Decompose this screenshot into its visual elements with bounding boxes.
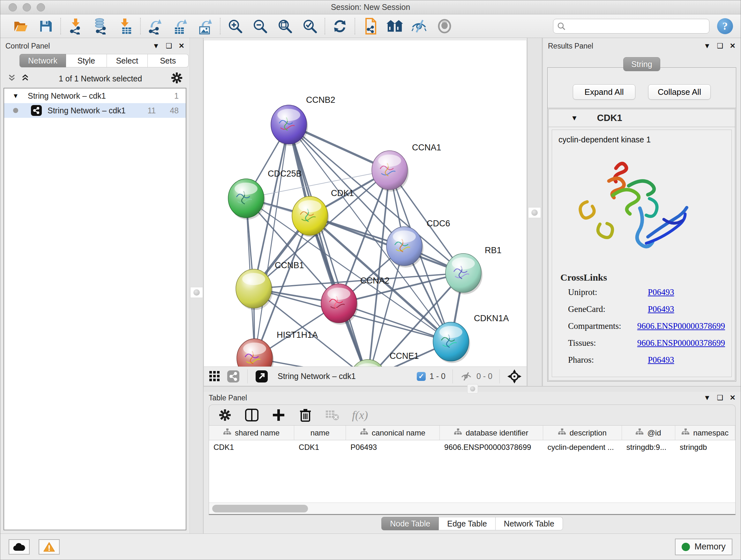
splitter-handle[interactable] (467, 384, 478, 394)
birds-eye-view-icon[interactable] (507, 369, 522, 384)
zoom-out-icon[interactable] (252, 18, 268, 35)
tab-network-table[interactable]: Network Table (495, 517, 563, 530)
expand-all-button[interactable]: Expand All (573, 84, 635, 100)
annotation-share-icon[interactable] (361, 18, 378, 35)
network-node-ccna1[interactable]: CCNA1 (372, 143, 441, 192)
collapse-all-networks-icon[interactable] (7, 74, 16, 83)
network-node-cdc6[interactable]: CDC6 (387, 219, 450, 267)
results-panel-maximize-icon[interactable]: ❑ (717, 42, 724, 50)
node-table[interactable]: shared namenamecanonical namedatabase id… (209, 425, 735, 514)
collection-expander-icon[interactable]: ▼ (12, 92, 22, 100)
export-image-file-icon[interactable] (197, 18, 213, 35)
table-options-gear-icon[interactable] (218, 408, 232, 422)
search-input[interactable] (568, 22, 705, 30)
column-header--id[interactable]: @id (622, 426, 675, 440)
window-minimize-button[interactable] (23, 3, 31, 11)
export-network-file-icon[interactable] (147, 18, 164, 35)
zoom-fit-icon[interactable] (277, 18, 293, 35)
table-cell[interactable]: CDK1 (209, 440, 294, 454)
network-share-view-icon[interactable] (226, 369, 240, 383)
zoom-in-icon[interactable] (227, 18, 244, 35)
gene-name: CDK1 (597, 113, 622, 123)
table-panel-close-icon[interactable]: ✕ (730, 394, 736, 402)
open-file-icon[interactable] (12, 18, 29, 35)
tab-edge-table[interactable]: Edge Table (439, 517, 495, 530)
save-session-icon[interactable] (37, 18, 54, 35)
crosslink-link[interactable]: P06493 (648, 304, 674, 314)
horizontal-splitter[interactable] (204, 386, 741, 392)
scrollbar-thumb[interactable] (212, 505, 308, 512)
table-cell[interactable]: stringdb:9... (622, 440, 675, 454)
control-panel-maximize-icon[interactable]: ❑ (166, 42, 172, 50)
table-cell[interactable]: stringdb (675, 440, 735, 454)
table-cell[interactable]: cyclin-dependent ... (543, 440, 622, 454)
network-node-rb1[interactable]: RB1 (446, 246, 502, 294)
show-columns-icon[interactable] (245, 408, 259, 422)
cloud-status-button[interactable] (9, 539, 30, 555)
network-node-cdk1[interactable]: CDK1 (292, 188, 354, 237)
import-network-database-icon[interactable] (92, 18, 109, 35)
import-table-file-icon[interactable] (117, 18, 134, 35)
crosslink-link[interactable]: 9606.ENSP00000378699 (637, 321, 725, 331)
grid-view-icon[interactable] (208, 370, 221, 383)
splitter-handle[interactable] (190, 287, 203, 298)
delete-column-icon[interactable] (298, 408, 313, 422)
export-table-file-icon[interactable] (172, 18, 189, 35)
window-zoom-button[interactable] (37, 3, 45, 11)
crosslink-link[interactable]: 9606.ENSP00000378699 (637, 338, 725, 348)
table-panel-float-icon[interactable]: ▼ (704, 394, 711, 402)
help-icon[interactable]: ? (717, 18, 733, 34)
refresh-icon[interactable] (332, 18, 348, 35)
table-cell[interactable]: CDK1 (294, 440, 346, 454)
column-header-description[interactable]: description (543, 426, 622, 440)
collapse-all-button[interactable]: Collapse All (648, 84, 711, 100)
network-collection-row[interactable]: ▼ String Network – cdk1 1 (4, 88, 186, 103)
zoom-selected-icon[interactable] (301, 18, 318, 35)
show-graphics-details-icon[interactable] (436, 18, 453, 35)
network-options-gear-icon[interactable] (171, 72, 183, 85)
column-header-database-identifier[interactable]: database identifier (440, 426, 543, 440)
houses-icon[interactable] (387, 18, 403, 35)
add-column-icon[interactable] (272, 408, 286, 422)
results-panel-float-icon[interactable]: ▼ (704, 42, 711, 50)
warning-status-button[interactable] (39, 539, 60, 555)
selected-checkbox-icon[interactable]: ✓ (417, 372, 426, 381)
table-panel-maximize-icon[interactable]: ❑ (717, 394, 724, 402)
table-horizontal-scrollbar[interactable] (209, 503, 735, 514)
control-panel-float-icon[interactable]: ▼ (152, 42, 159, 50)
crosslink-link[interactable]: P06493 (648, 287, 674, 297)
search-field[interactable] (553, 19, 710, 34)
vertical-splitter-left[interactable] (190, 38, 204, 534)
column-header-namespac[interactable]: namespac (675, 426, 735, 440)
vertical-splitter-right[interactable] (527, 38, 543, 386)
tab-node-table[interactable]: Node Table (381, 517, 439, 530)
table-cell[interactable]: P06493 (346, 440, 440, 454)
column-header-shared-name[interactable]: shared name (209, 426, 294, 440)
network-node-hist1h1a[interactable]: HIST1H1A (237, 330, 318, 367)
column-header-name[interactable]: name (294, 426, 346, 440)
tab-select[interactable]: Select (107, 54, 148, 67)
memory-button[interactable]: Memory (675, 539, 732, 555)
open-in-window-icon[interactable] (255, 369, 269, 383)
control-panel-close-icon[interactable]: ✕ (179, 42, 185, 50)
hide-graphics-details-icon[interactable] (411, 18, 428, 35)
tab-network[interactable]: Network (19, 54, 66, 67)
network-canvas[interactable]: CCNB2CCNA1CDC25BCDK1CDC6RB1CCNB1CCNA2CDK… (204, 40, 527, 367)
network-row[interactable]: String Network – cdk1 11 48 (4, 103, 186, 118)
network-node-ccnb2[interactable]: CCNB2 (271, 95, 335, 146)
import-network-file-icon[interactable] (67, 18, 84, 35)
crosslink-link[interactable]: P06493 (648, 355, 674, 365)
tab-string[interactable]: String (623, 57, 660, 71)
expand-all-networks-icon[interactable] (21, 74, 30, 83)
table-cell[interactable]: 9606.ENSP00000378699 (440, 440, 543, 454)
window-close-button[interactable] (9, 3, 17, 11)
column-header-canonical-name[interactable]: canonical name (346, 426, 440, 440)
gene-section-header[interactable]: ▼ CDK1 (549, 109, 735, 127)
gene-expander-icon[interactable]: ▼ (571, 114, 578, 122)
results-panel-close-icon[interactable]: ✕ (730, 42, 736, 50)
network-node-cdkn1a[interactable]: CDKN1A (433, 314, 509, 363)
table-row[interactable]: CDK1CDK1P064939606.ENSP00000378699cyclin… (209, 440, 735, 454)
splitter-handle[interactable] (528, 207, 541, 218)
tab-sets[interactable]: Sets (148, 54, 189, 67)
tab-style[interactable]: Style (66, 54, 107, 67)
